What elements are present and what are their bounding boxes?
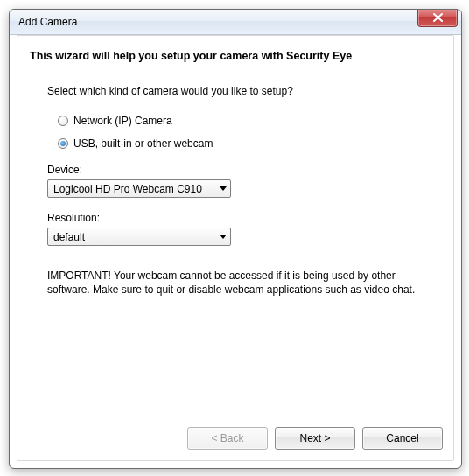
- important-notice: IMPORTANT! Your webcam cannot be accesse…: [47, 269, 434, 297]
- wizard-button-row: < Back Next > Cancel: [187, 427, 443, 450]
- back-button: < Back: [187, 427, 268, 450]
- window-title: Add Camera: [18, 16, 77, 28]
- resolution-select-value: default: [53, 231, 85, 243]
- radio-label: Network (IP) Camera: [74, 115, 172, 127]
- radio-icon: [58, 138, 68, 149]
- resolution-select[interactable]: default: [47, 228, 231, 246]
- close-icon: [433, 13, 443, 22]
- radio-usb-webcam[interactable]: USB, built-in or other webcam: [58, 137, 434, 150]
- radio-network-camera[interactable]: Network (IP) Camera: [58, 115, 434, 127]
- wizard-heading: This wizard will help you setup your cam…: [18, 36, 453, 67]
- device-label: Device:: [47, 164, 434, 176]
- wizard-body: Select which kind of camera would you li…: [18, 67, 453, 297]
- cancel-button[interactable]: Cancel: [362, 427, 443, 450]
- button-label: < Back: [211, 432, 243, 444]
- device-select-value: Logicool HD Pro Webcam C910: [53, 183, 202, 195]
- wizard-content: This wizard will help you setup your cam…: [17, 35, 454, 461]
- next-button[interactable]: Next >: [275, 427, 355, 450]
- resolution-label: Resolution:: [47, 212, 434, 224]
- chevron-down-icon: [220, 234, 227, 239]
- close-button[interactable]: [417, 9, 458, 27]
- button-label: Next >: [299, 432, 330, 444]
- chevron-down-icon: [220, 186, 227, 191]
- radio-icon: [58, 116, 68, 126]
- device-select[interactable]: Logicool HD Pro Webcam C910: [47, 179, 231, 198]
- dialog-window: Add Camera This wizard will help you set…: [9, 9, 462, 469]
- titlebar: Add Camera: [10, 10, 461, 35]
- camera-kind-prompt: Select which kind of camera would you li…: [47, 85, 434, 97]
- button-label: Cancel: [386, 432, 418, 444]
- radio-label: USB, built-in or other webcam: [74, 137, 213, 150]
